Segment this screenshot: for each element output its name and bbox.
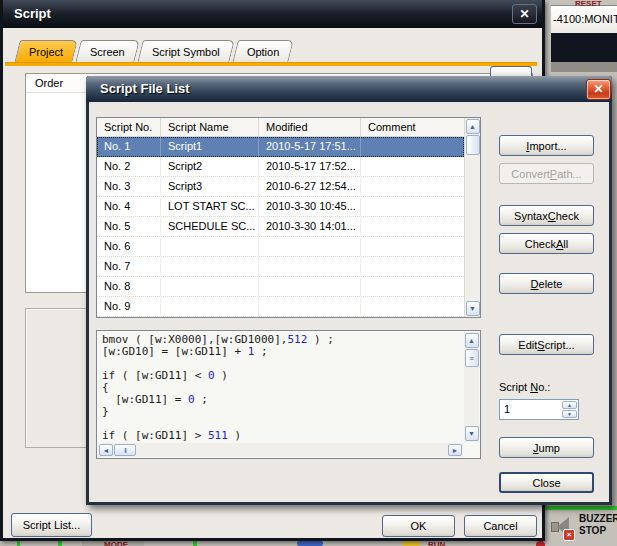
table-row[interactable]: No. 8	[97, 277, 464, 297]
script-code-preview[interactable]: bmov ( [w:X0000],[w:GD1000],512 ) ;[w:GD…	[96, 330, 481, 459]
script-no-value[interactable]: 1	[504, 403, 510, 415]
ok-button[interactable]: OK	[382, 515, 455, 537]
screen: -4100:MONITO × BUZZER STOP RESET MODE RU…	[0, 0, 617, 546]
column-header-script-name[interactable]: Script Name	[161, 118, 259, 136]
cell-script-name: Script1	[161, 137, 259, 156]
cell-script-no: No. 5	[97, 217, 161, 236]
table-row[interactable]: No. 3 Script3 2010-6-27 12:54...	[97, 177, 464, 197]
red-lamp-fragment	[536, 541, 545, 546]
tab-screen[interactable]: Screen	[75, 40, 140, 63]
scrollbar-thumb[interactable]	[466, 135, 480, 155]
tab-option[interactable]: Option	[232, 40, 294, 63]
tab-project[interactable]: Project	[14, 40, 78, 63]
scrollbar-thumb[interactable]: ≡	[465, 349, 479, 367]
green-tick	[193, 541, 197, 546]
blue-icon-fragment	[297, 541, 323, 546]
cancel-button[interactable]: Cancel	[464, 515, 537, 537]
scrollbar-thumb[interactable]: |||	[114, 444, 136, 456]
script-dialog-titlebar[interactable]: Script ✕	[3, 0, 542, 28]
cell-comment	[361, 297, 464, 316]
cell-modified	[259, 297, 361, 316]
script-table-header: Script No. Script Name Modified Comment	[97, 118, 464, 137]
script-table: Script No. Script Name Modified Comment …	[96, 117, 481, 318]
code-horizontal-scrollbar[interactable]: ◄ ||| ►	[98, 443, 463, 457]
code-vertical-scrollbar[interactable]: ▲ ≡ ▼	[464, 332, 479, 442]
reset-label-fragment: RESET	[575, 0, 602, 9]
tab-accent-line	[5, 62, 537, 66]
close-icon[interactable]: ✕	[586, 79, 611, 100]
background-dark-strip	[551, 33, 617, 62]
cell-comment	[361, 237, 464, 256]
scroll-left-icon[interactable]: ◄	[99, 444, 113, 456]
close-button[interactable]: Close	[499, 472, 594, 493]
column-header-comment[interactable]: Comment	[361, 118, 464, 136]
partial-button	[490, 66, 532, 76]
table-row[interactable]: No. 5 SCHEDULE SC... 2010-3-30 14:01...	[97, 217, 464, 237]
table-row[interactable]: No. 1 Script1 2010-5-17 17:51...	[97, 137, 464, 157]
cell-script-no: No. 6	[97, 237, 161, 256]
cell-script-name: SCHEDULE SC...	[161, 217, 259, 236]
mode-label-fragment: MODE	[104, 541, 128, 546]
cell-modified	[259, 257, 361, 276]
scroll-down-icon[interactable]: ▼	[465, 426, 479, 441]
script-table-grid: Script No. Script Name Modified Comment …	[97, 118, 464, 317]
cell-modified: 2010-6-27 12:54...	[259, 177, 361, 196]
tab-strip: Project Screen Script Symbol Option	[17, 40, 294, 63]
script-list-button[interactable]: Script List...	[11, 513, 92, 537]
column-header-modified[interactable]: Modified	[259, 118, 361, 136]
cell-modified: 2010-3-30 10:45...	[259, 197, 361, 216]
cell-modified: 2010-3-30 14:01...	[259, 217, 361, 236]
cell-comment	[361, 197, 464, 216]
spin-down-icon[interactable]: ▼	[562, 410, 577, 418]
column-header-script-no[interactable]: Script No.	[97, 118, 161, 136]
scroll-down-icon[interactable]: ▼	[466, 301, 480, 316]
cell-comment	[361, 157, 464, 176]
script-dialog-title: Script	[14, 6, 51, 21]
script-no-spinner[interactable]: 1 ▲ ▼	[499, 399, 579, 420]
check-all-button[interactable]: Check All	[499, 233, 594, 254]
convert-path-button: Convert Path...	[499, 163, 594, 184]
syntax-check-button[interactable]: Syntax Check	[499, 205, 594, 226]
cell-script-name	[161, 257, 259, 276]
tab-script-symbol[interactable]: Script Symbol	[137, 40, 235, 63]
cell-comment	[361, 217, 464, 236]
table-scrollbar[interactable]: ▲ ▼	[464, 118, 480, 317]
buzzer-stop-widget: × BUZZER STOP	[547, 513, 617, 541]
table-row[interactable]: No. 2 Script2 2010-5-17 17:52...	[97, 157, 464, 177]
file-list-titlebar[interactable]: Script File List ✕	[86, 76, 612, 102]
jump-button[interactable]: Jump	[499, 437, 594, 458]
speaker-icon: ×	[549, 515, 575, 539]
spin-up-icon[interactable]: ▲	[562, 401, 577, 409]
scroll-right-icon[interactable]: ►	[448, 444, 462, 456]
cell-script-name	[161, 277, 259, 296]
import-button[interactable]: Import...	[499, 135, 594, 156]
close-icon[interactable]: ✕	[512, 4, 537, 24]
run-label-fragment: RUN	[428, 541, 445, 546]
table-row[interactable]: No. 4 LOT START SC... 2010-3-30 10:45...	[97, 197, 464, 217]
mute-x-icon: ×	[563, 529, 575, 541]
table-row[interactable]: No. 6	[97, 237, 464, 257]
cell-script-no: No. 9	[97, 297, 161, 316]
cell-script-no: No. 1	[97, 137, 161, 156]
delete-button[interactable]: Delete	[499, 273, 594, 294]
cell-script-no: No. 2	[97, 157, 161, 176]
script-no-label: Script No.:	[499, 381, 550, 393]
green-tick	[58, 541, 62, 546]
cell-comment	[361, 177, 464, 196]
cell-script-name: Script2	[161, 157, 259, 176]
cell-script-no: No. 3	[97, 177, 161, 196]
cell-comment	[361, 257, 464, 276]
cell-script-name	[161, 237, 259, 256]
script-file-list-dialog: Script File List ✕ Script No. Script Nam…	[86, 76, 612, 505]
cell-script-name: Script3	[161, 177, 259, 196]
cell-script-no: No. 8	[97, 277, 161, 296]
table-row[interactable]: No. 7	[97, 257, 464, 277]
table-row[interactable]: No. 9	[97, 297, 464, 317]
cell-script-no: No. 4	[97, 197, 161, 216]
scroll-up-icon[interactable]: ▲	[465, 333, 479, 348]
background-green-line	[545, 506, 617, 510]
cell-modified: 2010-5-17 17:52...	[259, 157, 361, 176]
background-bottom-strip: MODE RUN	[0, 541, 545, 546]
scroll-up-icon[interactable]: ▲	[466, 119, 480, 134]
edit-script-button[interactable]: Edit Script...	[499, 334, 594, 355]
